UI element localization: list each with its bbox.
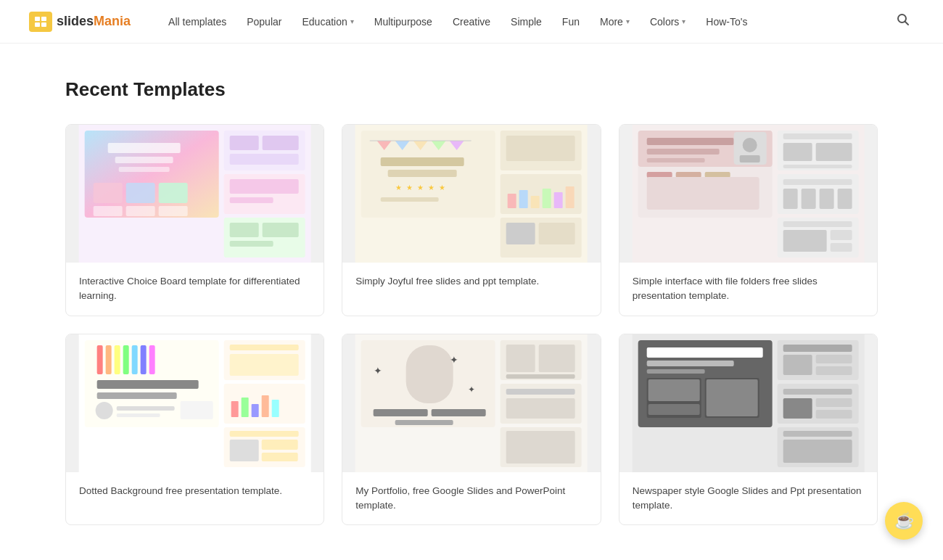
svg-rect-65 [704,172,730,178]
svg-rect-96 [97,392,177,399]
more-chevron-icon: ▾ [626,17,630,25]
svg-rect-21 [230,154,299,165]
template-card-3[interactable]: Simple interface with file folders free … [619,124,878,316]
template-card-4[interactable]: Dotted Background free presentation temp… [65,334,324,526]
svg-rect-26 [230,223,259,237]
template-thumbnail-5: ✦ ✦ ✦ [342,334,600,472]
template-card-1[interactable]: Interactive Choice Board template for di… [65,124,324,316]
nav-item-creative[interactable]: Creative [444,12,499,32]
svg-rect-145 [783,355,812,375]
nav-item-colors[interactable]: Colors ▾ [641,12,694,32]
svg-rect-112 [230,440,259,461]
svg-text:✦: ✦ [468,384,475,395]
svg-rect-147 [815,366,852,375]
template-card-6[interactable]: Newspaper style Google Slides and Ppt pr… [619,334,878,526]
nav-item-popular[interactable]: Popular [238,12,290,32]
template-info-2: Simply Joyful free slides and ppt templa… [342,263,600,300]
svg-rect-84 [830,230,852,240]
svg-rect-50 [531,196,540,208]
svg-rect-121 [374,409,428,416]
svg-rect-150 [783,398,812,419]
svg-rect-61 [646,149,719,155]
svg-rect-100 [181,401,213,419]
svg-rect-117 [406,345,453,403]
nav-item-simple[interactable]: Simple [502,12,551,32]
template-desc-5: My Portfolio, free Google Slides and Pow… [355,484,587,514]
svg-rect-106 [242,398,249,417]
nav-item-education[interactable]: Education ▾ [293,12,362,32]
svg-rect-19 [230,136,259,150]
template-thumbnail-2: ★ ★ ★ ★ ★ [342,125,600,263]
svg-text:✦: ✦ [374,365,382,376]
svg-rect-20 [263,136,299,150]
svg-rect-51 [543,189,551,208]
svg-rect-12 [94,183,123,203]
svg-rect-9 [108,143,181,153]
svg-rect-108 [262,395,269,417]
svg-rect-46 [506,136,575,161]
nav-links: All templates Popular Education ▾ Multip… [160,12,892,32]
svg-rect-125 [506,345,535,372]
svg-rect-92 [132,345,138,374]
template-info-3: Simple interface with file folders free … [619,263,877,316]
template-thumbnail-3 [619,125,877,263]
nav-item-multipurpose[interactable]: Multipurpose [366,12,441,32]
svg-rect-3 [35,22,40,27]
coffee-button[interactable]: ☕ [885,502,923,540]
svg-rect-1 [35,17,40,21]
svg-rect-132 [506,431,575,464]
logo-link[interactable]: slidesMania [29,12,131,32]
logo-text: slidesMania [57,14,131,29]
svg-rect-53 [566,186,575,208]
svg-rect-98 [117,406,175,411]
svg-rect-109 [272,400,279,417]
svg-rect-2 [41,17,46,21]
svg-rect-71 [783,133,852,139]
svg-rect-13 [126,183,155,203]
svg-rect-83 [783,230,826,252]
template-desc-6: Newspaper style Google Slides and Ppt pr… [633,484,864,514]
svg-rect-99 [117,413,160,417]
svg-rect-154 [783,431,852,437]
svg-rect-55 [506,223,535,244]
svg-rect-140 [648,379,699,401]
navbar: slidesMania All templates Popular Educat… [0,0,943,44]
template-desc-1: Interactive Choice Board template for di… [79,274,310,304]
svg-rect-135 [646,347,762,358]
template-info-5: My Portfolio, free Google Slides and Pow… [342,472,600,525]
svg-rect-105 [231,401,239,417]
template-thumbnail-4 [66,334,324,472]
template-card-5[interactable]: ✦ ✦ ✦ [342,334,601,526]
svg-rect-14 [159,183,188,203]
svg-rect-141 [648,404,699,415]
svg-rect-78 [801,189,815,209]
svg-rect-130 [506,398,575,419]
svg-rect-90 [115,345,120,374]
svg-rect-62 [646,158,704,162]
svg-rect-127 [506,374,575,379]
nav-item-fun[interactable]: Fun [553,12,588,32]
svg-text:✦: ✦ [450,354,458,366]
svg-rect-48 [508,194,516,208]
svg-rect-56 [539,223,575,244]
colors-chevron-icon: ▾ [682,17,685,25]
template-info-1: Interactive Choice Board template for di… [66,263,324,316]
svg-rect-107 [252,404,259,417]
nav-item-all-templates[interactable]: All templates [160,12,235,32]
nav-item-more[interactable]: More ▾ [591,12,638,32]
svg-rect-102 [230,345,299,350]
search-button[interactable] [892,9,914,34]
svg-rect-113 [262,440,298,450]
svg-rect-52 [554,192,563,208]
svg-rect-38 [388,170,457,177]
svg-rect-49 [519,190,528,208]
svg-rect-28 [230,241,273,247]
template-info-4: Dotted Background free presentation temp… [66,472,324,510]
nav-item-howtos[interactable]: How-To's [697,12,756,32]
search-icon [897,13,910,26]
svg-text:★: ★ [417,184,424,192]
svg-rect-27 [263,223,299,237]
template-desc-2: Simply Joyful free slides and ppt templa… [355,274,587,289]
education-chevron-icon: ▾ [350,17,354,25]
template-card-2[interactable]: ★ ★ ★ ★ ★ [342,124,601,316]
